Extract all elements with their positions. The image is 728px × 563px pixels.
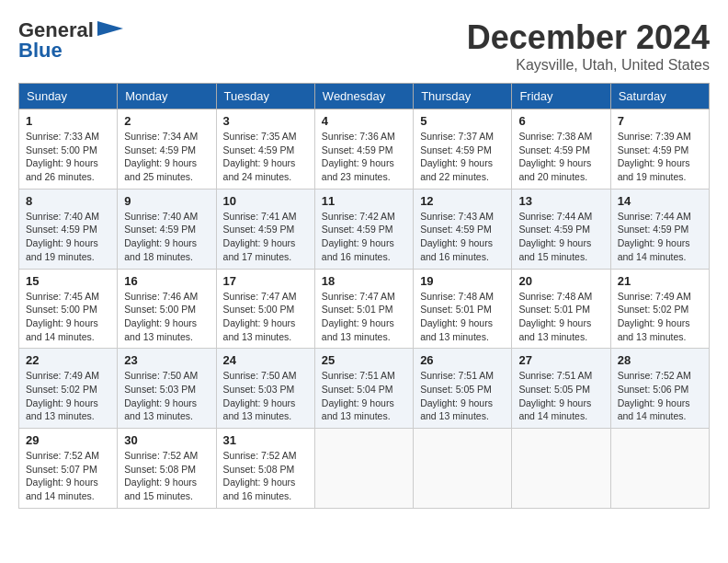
calendar-header-row: Sunday Monday Tuesday Wednesday Thursday…: [19, 84, 710, 109]
day-number: 16: [124, 274, 209, 288]
day-info: Sunrise: 7:33 AM Sunset: 5:00 PM Dayligh…: [26, 130, 110, 184]
day-info: Sunrise: 7:49 AM Sunset: 5:02 PM Dayligh…: [618, 290, 702, 344]
table-cell: 3Sunrise: 7:35 AM Sunset: 4:59 PM Daylig…: [216, 109, 314, 190]
table-cell: 21Sunrise: 7:49 AM Sunset: 5:02 PM Dayli…: [610, 269, 709, 349]
day-number: 2: [124, 114, 209, 128]
day-info: Sunrise: 7:44 AM Sunset: 4:59 PM Dayligh…: [618, 210, 702, 264]
day-info: Sunrise: 7:37 AM Sunset: 4:59 PM Dayligh…: [420, 130, 505, 184]
day-number: 11: [322, 194, 406, 208]
table-cell: 18Sunrise: 7:47 AM Sunset: 5:01 PM Dayli…: [314, 269, 413, 349]
calendar-week-5: 29Sunrise: 7:52 AM Sunset: 5:07 PM Dayli…: [19, 429, 710, 509]
day-number: 26: [420, 353, 505, 367]
day-info: Sunrise: 7:50 AM Sunset: 5:03 PM Dayligh…: [124, 369, 209, 423]
day-number: 28: [618, 353, 702, 367]
day-number: 24: [223, 353, 308, 367]
svg-marker-0: [97, 21, 123, 36]
table-cell: 28Sunrise: 7:52 AM Sunset: 5:06 PM Dayli…: [610, 349, 709, 429]
day-number: 27: [518, 353, 603, 367]
calendar-month-year: December 2024: [467, 18, 710, 57]
day-number: 18: [322, 274, 406, 288]
table-cell: 16Sunrise: 7:46 AM Sunset: 5:00 PM Dayli…: [118, 269, 216, 349]
table-cell: 5Sunrise: 7:37 AM Sunset: 4:59 PM Daylig…: [414, 109, 512, 190]
day-number: 23: [124, 353, 209, 367]
table-cell: 15Sunrise: 7:45 AM Sunset: 5:00 PM Dayli…: [19, 269, 118, 349]
col-saturday: Saturday: [610, 84, 709, 109]
table-cell: 19Sunrise: 7:48 AM Sunset: 5:01 PM Dayli…: [414, 269, 512, 349]
day-number: 31: [223, 433, 308, 447]
day-number: 4: [322, 114, 406, 128]
day-info: Sunrise: 7:38 AM Sunset: 4:59 PM Dayligh…: [518, 130, 603, 184]
day-info: Sunrise: 7:52 AM Sunset: 5:06 PM Dayligh…: [618, 369, 702, 423]
day-number: 20: [518, 274, 603, 288]
logo-flag-icon: [97, 21, 123, 40]
table-cell: 8Sunrise: 7:40 AM Sunset: 4:59 PM Daylig…: [19, 189, 118, 269]
col-sunday: Sunday: [19, 84, 118, 109]
day-info: Sunrise: 7:35 AM Sunset: 4:59 PM Dayligh…: [223, 130, 308, 184]
table-cell: 1Sunrise: 7:33 AM Sunset: 5:00 PM Daylig…: [19, 109, 118, 190]
day-info: Sunrise: 7:34 AM Sunset: 4:59 PM Dayligh…: [124, 130, 209, 184]
page-header: General Blue December 2024 Kaysville, Ut…: [18, 18, 710, 74]
table-cell: 22Sunrise: 7:49 AM Sunset: 5:02 PM Dayli…: [19, 349, 118, 429]
day-info: Sunrise: 7:51 AM Sunset: 5:05 PM Dayligh…: [518, 369, 603, 423]
table-cell: 13Sunrise: 7:44 AM Sunset: 4:59 PM Dayli…: [512, 189, 610, 269]
day-info: Sunrise: 7:49 AM Sunset: 5:02 PM Dayligh…: [26, 369, 110, 423]
day-number: 6: [518, 114, 603, 128]
day-info: Sunrise: 7:48 AM Sunset: 5:01 PM Dayligh…: [420, 290, 505, 344]
day-info: Sunrise: 7:47 AM Sunset: 5:00 PM Dayligh…: [223, 290, 308, 344]
day-info: Sunrise: 7:40 AM Sunset: 4:59 PM Dayligh…: [124, 210, 209, 264]
table-cell: 26Sunrise: 7:51 AM Sunset: 5:05 PM Dayli…: [414, 349, 512, 429]
day-number: 25: [322, 353, 406, 367]
table-cell: 2Sunrise: 7:34 AM Sunset: 4:59 PM Daylig…: [118, 109, 216, 190]
table-cell: 9Sunrise: 7:40 AM Sunset: 4:59 PM Daylig…: [118, 189, 216, 269]
table-cell: 29Sunrise: 7:52 AM Sunset: 5:07 PM Dayli…: [19, 429, 118, 509]
col-thursday: Thursday: [414, 84, 512, 109]
day-info: Sunrise: 7:40 AM Sunset: 4:59 PM Dayligh…: [26, 210, 110, 264]
table-cell: [414, 429, 512, 509]
day-info: Sunrise: 7:39 AM Sunset: 4:59 PM Dayligh…: [618, 130, 702, 184]
calendar-week-3: 15Sunrise: 7:45 AM Sunset: 5:00 PM Dayli…: [19, 269, 710, 349]
table-cell: 4Sunrise: 7:36 AM Sunset: 4:59 PM Daylig…: [314, 109, 413, 190]
table-cell: [512, 429, 610, 509]
day-info: Sunrise: 7:36 AM Sunset: 4:59 PM Dayligh…: [322, 130, 406, 184]
day-number: 5: [420, 114, 505, 128]
day-number: 29: [26, 433, 110, 447]
day-info: Sunrise: 7:47 AM Sunset: 5:01 PM Dayligh…: [322, 290, 406, 344]
day-info: Sunrise: 7:42 AM Sunset: 4:59 PM Dayligh…: [322, 210, 406, 264]
calendar-week-2: 8Sunrise: 7:40 AM Sunset: 4:59 PM Daylig…: [19, 189, 710, 269]
logo-text-blue: Blue: [18, 39, 63, 63]
table-cell: 20Sunrise: 7:48 AM Sunset: 5:01 PM Dayli…: [512, 269, 610, 349]
table-cell: 10Sunrise: 7:41 AM Sunset: 4:59 PM Dayli…: [216, 189, 314, 269]
day-info: Sunrise: 7:51 AM Sunset: 5:04 PM Dayligh…: [322, 369, 406, 423]
day-number: 13: [518, 194, 603, 208]
day-number: 10: [223, 194, 308, 208]
table-cell: 17Sunrise: 7:47 AM Sunset: 5:00 PM Dayli…: [216, 269, 314, 349]
day-number: 17: [223, 274, 308, 288]
calendar-week-4: 22Sunrise: 7:49 AM Sunset: 5:02 PM Dayli…: [19, 349, 710, 429]
calendar-location: Kaysville, Utah, United States: [467, 57, 710, 74]
table-cell: 23Sunrise: 7:50 AM Sunset: 5:03 PM Dayli…: [118, 349, 216, 429]
day-number: 30: [124, 433, 209, 447]
day-number: 7: [618, 114, 702, 128]
calendar-week-1: 1Sunrise: 7:33 AM Sunset: 5:00 PM Daylig…: [19, 109, 710, 190]
table-cell: 7Sunrise: 7:39 AM Sunset: 4:59 PM Daylig…: [610, 109, 709, 190]
calendar-table: Sunday Monday Tuesday Wednesday Thursday…: [18, 83, 710, 509]
table-cell: 31Sunrise: 7:52 AM Sunset: 5:08 PM Dayli…: [216, 429, 314, 509]
day-info: Sunrise: 7:45 AM Sunset: 5:00 PM Dayligh…: [26, 290, 110, 344]
day-number: 19: [420, 274, 505, 288]
table-cell: 25Sunrise: 7:51 AM Sunset: 5:04 PM Dayli…: [314, 349, 413, 429]
day-info: Sunrise: 7:52 AM Sunset: 5:08 PM Dayligh…: [124, 449, 209, 503]
day-info: Sunrise: 7:48 AM Sunset: 5:01 PM Dayligh…: [518, 290, 603, 344]
day-info: Sunrise: 7:50 AM Sunset: 5:03 PM Dayligh…: [223, 369, 308, 423]
day-info: Sunrise: 7:43 AM Sunset: 4:59 PM Dayligh…: [420, 210, 505, 264]
col-friday: Friday: [512, 84, 610, 109]
day-info: Sunrise: 7:52 AM Sunset: 5:07 PM Dayligh…: [26, 449, 110, 503]
calendar-title-area: December 2024 Kaysville, Utah, United St…: [467, 18, 710, 74]
col-wednesday: Wednesday: [314, 84, 413, 109]
table-cell: 24Sunrise: 7:50 AM Sunset: 5:03 PM Dayli…: [216, 349, 314, 429]
day-number: 21: [618, 274, 702, 288]
day-number: 22: [26, 353, 110, 367]
logo: General Blue: [18, 18, 123, 63]
table-cell: 30Sunrise: 7:52 AM Sunset: 5:08 PM Dayli…: [118, 429, 216, 509]
col-tuesday: Tuesday: [216, 84, 314, 109]
day-info: Sunrise: 7:52 AM Sunset: 5:08 PM Dayligh…: [223, 449, 308, 503]
